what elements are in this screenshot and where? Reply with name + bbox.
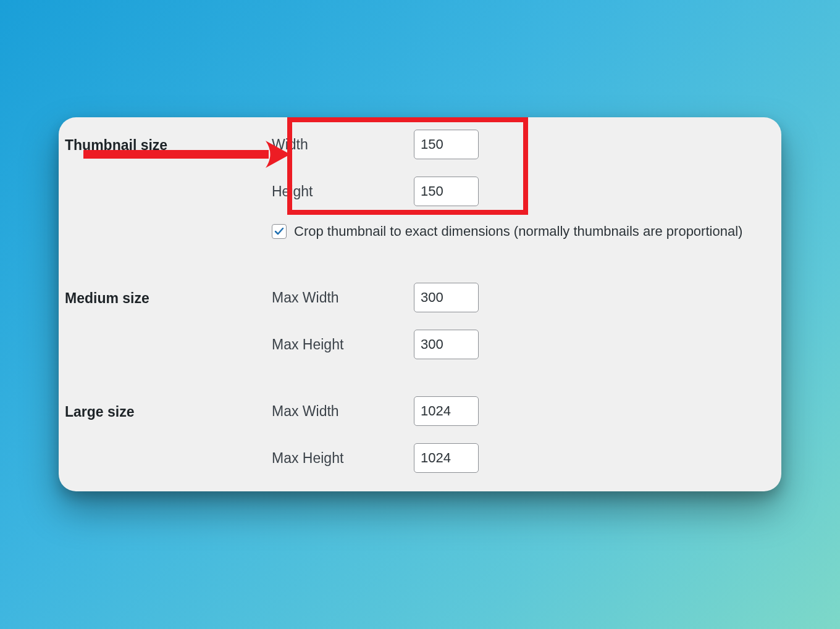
medium-max-width-input[interactable]: [414, 283, 479, 312]
thumbnail-section: Thumbnail size Width Height Crop thumbna…: [59, 130, 763, 246]
medium-max-height-row: Max Height: [272, 330, 763, 359]
thumbnail-crop-label: Crop thumbnail to exact dimensions (norm…: [294, 223, 742, 240]
medium-max-width-label: Max Width: [272, 290, 414, 306]
medium-max-width-row: Max Width: [272, 283, 763, 312]
checkmark-icon: [274, 227, 284, 236]
large-max-height-label: Max Height: [272, 450, 414, 467]
thumbnail-width-label: Width: [272, 136, 414, 153]
thumbnail-crop-checkbox[interactable]: [272, 224, 287, 239]
large-max-height-row: Max Height: [272, 443, 763, 473]
thumbnail-fields: Width Height Crop thumbnail to exact dim…: [272, 130, 763, 246]
thumbnail-height-row: Height: [272, 177, 763, 206]
large-max-width-row: Max Width: [272, 396, 763, 426]
medium-max-height-input[interactable]: [414, 330, 479, 359]
thumbnail-height-label: Height: [272, 183, 414, 200]
large-max-height-input[interactable]: [414, 443, 479, 473]
thumbnail-height-input[interactable]: [414, 177, 479, 206]
medium-section-label: Medium size: [59, 283, 272, 307]
large-fields: Max Width Max Height: [272, 396, 763, 473]
medium-fields: Max Width Max Height: [272, 283, 763, 359]
medium-max-height-label: Max Height: [272, 336, 414, 353]
media-settings-panel: Thumbnail size Width Height Crop thumbna…: [59, 117, 781, 491]
thumbnail-width-row: Width: [272, 130, 763, 159]
large-max-width-input[interactable]: [414, 396, 479, 426]
thumbnail-section-label: Thumbnail size: [59, 130, 272, 154]
medium-section: Medium size Max Width Max Height: [59, 283, 763, 359]
large-max-width-label: Max Width: [272, 403, 414, 420]
large-section-label: Large size: [59, 396, 272, 420]
thumbnail-width-input[interactable]: [414, 130, 479, 159]
thumbnail-crop-row: Crop thumbnail to exact dimensions (norm…: [272, 223, 763, 240]
large-section: Large size Max Width Max Height: [59, 396, 763, 473]
